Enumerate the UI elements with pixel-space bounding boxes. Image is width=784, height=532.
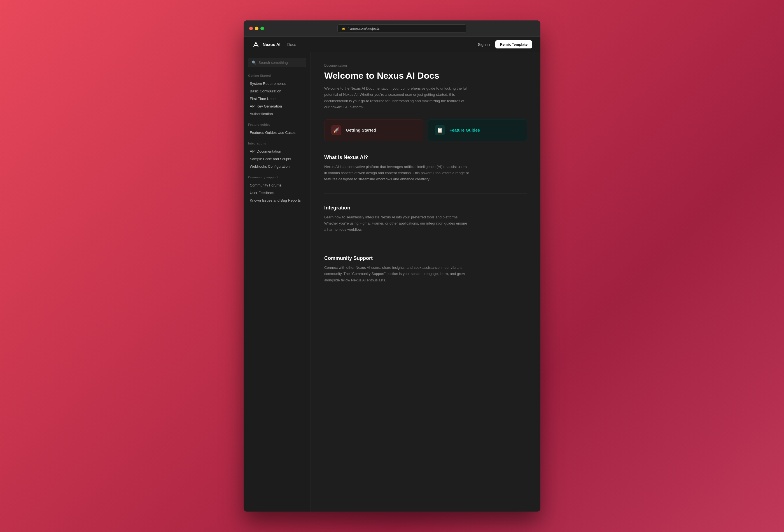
navbar: Nexus AI Docs Sign in Remix Template [244,37,540,52]
search-icon: 🔍 [252,60,256,65]
brand: Nexus AI [252,40,281,49]
sidebar-item-sample-code-scripts[interactable]: Sample Code and Scripts [248,156,306,162]
sign-in-button[interactable]: Sign in [474,40,493,49]
section-integration: Integration Learn how to seamlessly inte… [324,205,527,233]
sidebar-section-feature-guides: Feature guides Features Guides Use Cases [248,123,306,136]
page-title: Welcome to Nexus AI Docs [324,70,527,81]
sidebar-item-first-time-users[interactable]: First-Time Users [248,95,306,102]
section-what-is-nexus: What is Nexus AI? Nexus AI is an innovat… [324,155,527,182]
sidebar-section-getting-started: Getting Started System Requirements Basi… [248,74,306,117]
card-feature-guides-label: Feature Guides [449,128,480,133]
app-layout: 🔍 Search something Getting Started Syste… [244,52,540,511]
breadcrumb: Documentation [324,63,527,67]
sidebar-item-api-documentation[interactable]: API Documentation [248,148,306,155]
sidebar-item-user-feedback[interactable]: User Feedback [248,189,306,196]
sidebar-section-label-3: Community support [248,175,306,179]
traffic-light-green[interactable] [260,27,264,30]
browser-chrome: 🔒 framer.com/projects [244,21,540,37]
sidebar: 🔍 Search something Getting Started Syste… [244,52,311,511]
getting-started-icon: 🚀 [331,125,341,135]
sidebar-section-community-support: Community support Community Forums User … [248,175,306,204]
sidebar-item-api-key-generation[interactable]: API Key Generation [248,103,306,110]
section-body-0: Nexus AI is an innovative platform that … [324,164,470,182]
page-description: Welcome to the Nexus AI Documentation, y… [324,85,470,110]
sidebar-section-label-1: Feature guides [248,123,306,126]
traffic-lights [249,27,264,30]
sidebar-item-system-requirements[interactable]: System Requirements [248,80,306,87]
divider-2 [324,244,527,244]
sidebar-section-label-2: Integrations [248,142,306,145]
sidebar-item-webhooks-configuration[interactable]: Webhooks Configuration [248,163,306,170]
sidebar-item-community-forums[interactable]: Community Forums [248,182,306,189]
main-content: Documentation Welcome to Nexus AI Docs W… [311,52,540,511]
section-community-support: Community Support Connect with other Nex… [324,255,527,283]
sidebar-item-basic-configuration[interactable]: Basic Configuration [248,88,306,95]
traffic-light-yellow[interactable] [255,27,258,30]
search-box[interactable]: 🔍 Search something [248,58,306,67]
card-getting-started-label: Getting Started [346,128,376,133]
address-bar[interactable]: 🔒 framer.com/projects [337,24,466,32]
nav-docs-link[interactable]: Docs [287,42,296,47]
card-feature-guides[interactable]: 📋 Feature Guides [428,119,527,141]
traffic-light-red[interactable] [249,27,253,30]
remix-template-button[interactable]: Remix Template [495,40,532,49]
sidebar-section-integrations: Integrations API Documentation Sample Co… [248,142,306,170]
sidebar-item-features-guides-use-cases[interactable]: Features Guides Use Cases [248,129,306,136]
feature-guides-icon: 📋 [435,125,445,135]
card-getting-started[interactable]: 🚀 Getting Started [324,119,423,141]
quick-links: 🚀 Getting Started 📋 Feature Guides [324,119,527,141]
search-input[interactable]: Search something [258,60,288,65]
sidebar-item-known-issues[interactable]: Known Issues and Bug Reports [248,197,306,204]
sidebar-section-label-0: Getting Started [248,74,306,77]
lock-icon: 🔒 [342,27,345,30]
browser-window: 🔒 framer.com/projects Nexus AI Docs Sign… [244,21,540,511]
section-title-0: What is Nexus AI? [324,155,527,161]
sidebar-item-authentication[interactable]: Authentication [248,110,306,117]
section-body-1: Learn how to seamlessly integrate Nexus … [324,214,470,233]
section-title-2: Community Support [324,255,527,261]
section-title-1: Integration [324,205,527,211]
brand-name: Nexus AI [263,42,281,47]
section-body-2: Connect with other Nexus AI users, share… [324,264,470,283]
url-text: framer.com/projects [348,26,380,30]
brand-logo-icon [252,40,260,49]
